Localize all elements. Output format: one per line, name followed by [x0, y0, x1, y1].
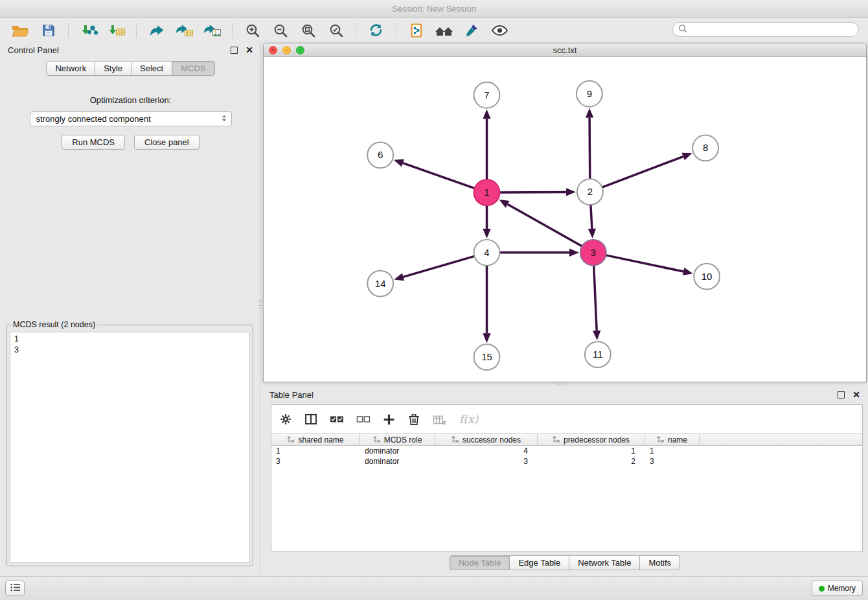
clear-checks-icon[interactable] — [356, 413, 371, 426]
edge-arrowhead — [566, 188, 576, 196]
svg-text:4: 4 — [484, 247, 489, 258]
vertical-splitter-grip[interactable] — [258, 300, 262, 310]
refresh-icon[interactable] — [362, 20, 390, 41]
graph-node-8[interactable]: 8 — [692, 135, 718, 161]
edge-2-9[interactable] — [589, 118, 590, 179]
tab-network-table[interactable]: Network Table — [569, 555, 640, 570]
zoom-out-icon[interactable] — [266, 20, 294, 41]
mcds-result-list: 13 — [10, 332, 250, 563]
run-mcds-button[interactable]: Run MCDS — [62, 135, 125, 150]
table-panel-header: Table Panel ✕ — [263, 386, 867, 403]
select-chevrons-icon — [221, 114, 227, 124]
open-folder-icon[interactable] — [6, 20, 34, 41]
float-table-panel-button[interactable] — [838, 391, 845, 398]
add-icon[interactable] — [383, 413, 395, 426]
column-header-shared-name[interactable]: shared name — [271, 434, 360, 445]
svg-text:7: 7 — [484, 89, 489, 100]
edge-2-8[interactable] — [602, 157, 683, 188]
network-graph[interactable]: 7968123414101511 — [264, 58, 865, 381]
graph-node-7[interactable]: 7 — [474, 82, 500, 108]
zoom-selected-icon[interactable] — [322, 20, 350, 41]
export-table-icon[interactable] — [170, 20, 198, 41]
edge-2-3[interactable] — [591, 205, 592, 229]
window-minimize-button[interactable]: − — [282, 46, 291, 54]
edge-3-1[interactable] — [508, 204, 582, 246]
graph-node-2[interactable]: 2 — [577, 179, 603, 205]
graph-node-9[interactable]: 9 — [577, 81, 602, 107]
graph-node-3[interactable]: 3 — [580, 240, 606, 266]
graph-node-15[interactable]: 15 — [474, 344, 500, 370]
gear-icon[interactable] — [279, 413, 292, 426]
table-cell: 3 — [271, 457, 360, 466]
table-cell: 1 — [271, 446, 360, 456]
tab-select[interactable]: Select — [131, 61, 172, 76]
network-canvas[interactable]: 7968123414101511 — [264, 58, 865, 381]
edge-1-6[interactable] — [403, 163, 475, 189]
memory-button[interactable]: Memory — [812, 581, 863, 596]
tab-edge-table[interactable]: Edge Table — [509, 555, 569, 570]
graph-node-14[interactable]: 14 — [367, 271, 393, 297]
edge-arrowhead — [683, 268, 693, 275]
graph-node-6[interactable]: 6 — [367, 142, 393, 168]
apply-style-icon[interactable] — [458, 20, 486, 41]
save-icon[interactable] — [34, 20, 62, 41]
split-columns-icon[interactable] — [304, 413, 317, 426]
graph-node-11[interactable]: 11 — [585, 341, 611, 367]
edge-1-2[interactable] — [499, 192, 566, 192]
select-all-checks-icon[interactable] — [330, 413, 344, 426]
graph-node-10[interactable]: 10 — [694, 264, 720, 290]
mcds-result-group: MCDS result (2 nodes) 13 — [6, 320, 253, 566]
window-zoom-button[interactable]: + — [296, 46, 304, 54]
svg-text:2: 2 — [588, 186, 593, 197]
tab-network[interactable]: Network — [46, 61, 95, 76]
toggle-visibility-icon[interactable] — [486, 20, 514, 41]
table-toolbar: f(x) — [271, 405, 862, 433]
result-item[interactable]: 1 — [10, 334, 249, 345]
table-cell: dominator — [360, 457, 435, 466]
graph-node-1[interactable]: 1 — [474, 179, 500, 205]
float-panel-button[interactable] — [231, 47, 238, 54]
edge-arrowhead — [586, 108, 593, 118]
import-table-icon[interactable] — [102, 20, 130, 41]
svg-text:11: 11 — [593, 349, 603, 360]
result-item[interactable]: 3 — [10, 345, 249, 356]
edge-3-10[interactable] — [606, 255, 683, 271]
import-network-icon[interactable] — [74, 20, 102, 41]
panel-list-button[interactable] — [5, 581, 25, 596]
edge-3-11[interactable] — [594, 266, 597, 331]
toolbar-separator — [232, 23, 233, 38]
copy-view-icon[interactable] — [402, 20, 430, 41]
close-panel-button[interactable]: Close panel — [134, 135, 200, 150]
window-close-button[interactable]: ✕ — [269, 46, 277, 54]
edge-arrowhead — [681, 153, 692, 161]
search-input[interactable] — [690, 25, 858, 35]
criterion-select[interactable]: strongly connected component — [30, 111, 232, 126]
table-row[interactable]: 1dominator411 — [271, 446, 862, 456]
horizontal-splitter-grip[interactable] — [557, 383, 567, 386]
close-panel-icon[interactable]: ✕ — [246, 45, 253, 54]
zoom-fit-icon[interactable] — [294, 20, 322, 41]
tab-motifs[interactable]: Motifs — [639, 555, 680, 570]
edge-4-14[interactable] — [404, 256, 475, 277]
column-header-predecessor-nodes[interactable]: predecessor nodes — [538, 434, 645, 445]
table-cell: 2 — [538, 457, 645, 466]
column-header-name[interactable]: name — [645, 434, 700, 445]
graph-node-4[interactable]: 4 — [474, 240, 500, 266]
export-image-icon[interactable] — [198, 20, 226, 41]
control-panel-tabs: NetworkStyleSelectMCDS — [1, 61, 260, 76]
export-network-icon[interactable] — [143, 20, 170, 41]
trash-icon[interactable] — [407, 413, 420, 426]
home-layout-icon[interactable] — [430, 20, 458, 41]
network-window-titlebar[interactable]: ✕ − + scc.txt — [264, 43, 866, 57]
column-header-MCDS-role[interactable]: MCDS role — [360, 434, 435, 445]
control-panel: Control Panel ✕ NetworkStyleSelectMCDS O… — [1, 41, 260, 574]
column-header-successor-nodes[interactable]: successor nodes — [435, 434, 538, 445]
tab-style[interactable]: Style — [95, 61, 131, 76]
window-title: Session: New Session — [392, 4, 475, 14]
search-box[interactable] — [672, 22, 859, 37]
table-row[interactable]: 3dominator323 — [271, 456, 862, 467]
tab-mcds[interactable]: MCDS — [172, 61, 214, 76]
zoom-in-icon[interactable] — [238, 20, 266, 41]
tab-node-table[interactable]: Node Table — [450, 555, 510, 570]
close-table-panel-icon[interactable]: ✕ — [852, 390, 860, 399]
